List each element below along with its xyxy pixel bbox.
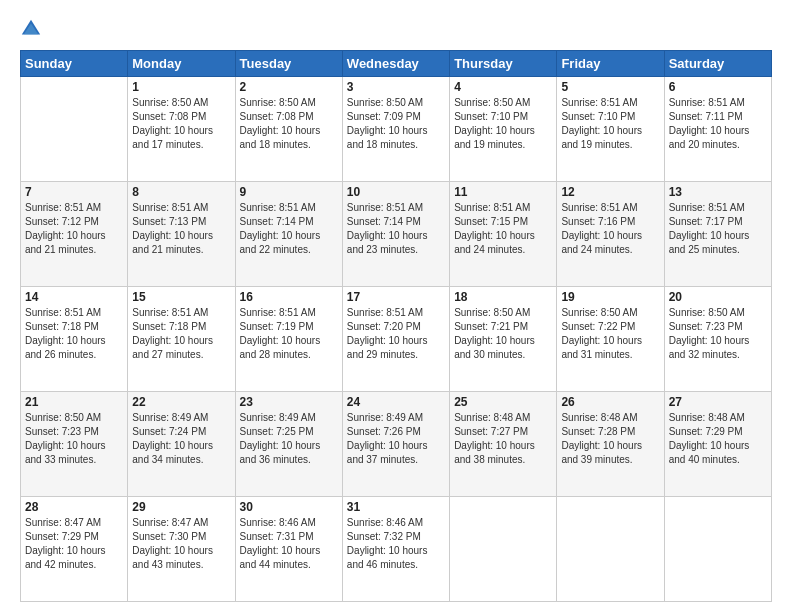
day-info: Sunrise: 8:49 AM Sunset: 7:25 PM Dayligh… — [240, 411, 338, 467]
day-number: 6 — [669, 80, 767, 94]
day-info: Sunrise: 8:50 AM Sunset: 7:08 PM Dayligh… — [132, 96, 230, 152]
day-number: 4 — [454, 80, 552, 94]
day-cell: 10Sunrise: 8:51 AM Sunset: 7:14 PM Dayli… — [342, 182, 449, 287]
day-info: Sunrise: 8:51 AM Sunset: 7:13 PM Dayligh… — [132, 201, 230, 257]
week-row-0: 1Sunrise: 8:50 AM Sunset: 7:08 PM Daylig… — [21, 77, 772, 182]
weekday-header-monday: Monday — [128, 51, 235, 77]
day-cell: 4Sunrise: 8:50 AM Sunset: 7:10 PM Daylig… — [450, 77, 557, 182]
day-info: Sunrise: 8:46 AM Sunset: 7:32 PM Dayligh… — [347, 516, 445, 572]
day-number: 13 — [669, 185, 767, 199]
day-cell — [21, 77, 128, 182]
day-cell: 19Sunrise: 8:50 AM Sunset: 7:22 PM Dayli… — [557, 287, 664, 392]
day-cell: 25Sunrise: 8:48 AM Sunset: 7:27 PM Dayli… — [450, 392, 557, 497]
day-number: 3 — [347, 80, 445, 94]
day-number: 31 — [347, 500, 445, 514]
day-info: Sunrise: 8:51 AM Sunset: 7:20 PM Dayligh… — [347, 306, 445, 362]
day-number: 23 — [240, 395, 338, 409]
day-info: Sunrise: 8:50 AM Sunset: 7:23 PM Dayligh… — [669, 306, 767, 362]
day-info: Sunrise: 8:51 AM Sunset: 7:18 PM Dayligh… — [132, 306, 230, 362]
day-number: 20 — [669, 290, 767, 304]
day-info: Sunrise: 8:46 AM Sunset: 7:31 PM Dayligh… — [240, 516, 338, 572]
day-cell — [450, 497, 557, 602]
day-cell: 11Sunrise: 8:51 AM Sunset: 7:15 PM Dayli… — [450, 182, 557, 287]
day-info: Sunrise: 8:48 AM Sunset: 7:27 PM Dayligh… — [454, 411, 552, 467]
day-cell: 14Sunrise: 8:51 AM Sunset: 7:18 PM Dayli… — [21, 287, 128, 392]
day-number: 18 — [454, 290, 552, 304]
day-cell — [664, 497, 771, 602]
day-number: 22 — [132, 395, 230, 409]
day-number: 9 — [240, 185, 338, 199]
day-number: 29 — [132, 500, 230, 514]
day-info: Sunrise: 8:50 AM Sunset: 7:21 PM Dayligh… — [454, 306, 552, 362]
day-number: 14 — [25, 290, 123, 304]
day-cell: 20Sunrise: 8:50 AM Sunset: 7:23 PM Dayli… — [664, 287, 771, 392]
day-info: Sunrise: 8:51 AM Sunset: 7:19 PM Dayligh… — [240, 306, 338, 362]
logo-icon — [20, 18, 42, 40]
day-cell — [557, 497, 664, 602]
weekday-header-saturday: Saturday — [664, 51, 771, 77]
weekday-header-tuesday: Tuesday — [235, 51, 342, 77]
day-info: Sunrise: 8:48 AM Sunset: 7:28 PM Dayligh… — [561, 411, 659, 467]
day-number: 1 — [132, 80, 230, 94]
day-info: Sunrise: 8:50 AM Sunset: 7:22 PM Dayligh… — [561, 306, 659, 362]
day-info: Sunrise: 8:49 AM Sunset: 7:26 PM Dayligh… — [347, 411, 445, 467]
page: SundayMondayTuesdayWednesdayThursdayFrid… — [0, 0, 792, 612]
day-number: 10 — [347, 185, 445, 199]
day-cell: 17Sunrise: 8:51 AM Sunset: 7:20 PM Dayli… — [342, 287, 449, 392]
day-cell: 29Sunrise: 8:47 AM Sunset: 7:30 PM Dayli… — [128, 497, 235, 602]
day-cell: 16Sunrise: 8:51 AM Sunset: 7:19 PM Dayli… — [235, 287, 342, 392]
weekday-header-wednesday: Wednesday — [342, 51, 449, 77]
day-info: Sunrise: 8:51 AM Sunset: 7:16 PM Dayligh… — [561, 201, 659, 257]
day-cell: 9Sunrise: 8:51 AM Sunset: 7:14 PM Daylig… — [235, 182, 342, 287]
day-cell: 8Sunrise: 8:51 AM Sunset: 7:13 PM Daylig… — [128, 182, 235, 287]
day-info: Sunrise: 8:50 AM Sunset: 7:23 PM Dayligh… — [25, 411, 123, 467]
day-cell: 3Sunrise: 8:50 AM Sunset: 7:09 PM Daylig… — [342, 77, 449, 182]
day-number: 11 — [454, 185, 552, 199]
day-cell: 6Sunrise: 8:51 AM Sunset: 7:11 PM Daylig… — [664, 77, 771, 182]
day-number: 17 — [347, 290, 445, 304]
day-number: 12 — [561, 185, 659, 199]
day-cell: 31Sunrise: 8:46 AM Sunset: 7:32 PM Dayli… — [342, 497, 449, 602]
day-cell: 21Sunrise: 8:50 AM Sunset: 7:23 PM Dayli… — [21, 392, 128, 497]
day-cell: 15Sunrise: 8:51 AM Sunset: 7:18 PM Dayli… — [128, 287, 235, 392]
day-cell: 7Sunrise: 8:51 AM Sunset: 7:12 PM Daylig… — [21, 182, 128, 287]
header — [20, 18, 772, 40]
day-number: 19 — [561, 290, 659, 304]
day-cell: 24Sunrise: 8:49 AM Sunset: 7:26 PM Dayli… — [342, 392, 449, 497]
day-cell: 1Sunrise: 8:50 AM Sunset: 7:08 PM Daylig… — [128, 77, 235, 182]
weekday-header-friday: Friday — [557, 51, 664, 77]
logo — [20, 18, 46, 40]
day-number: 27 — [669, 395, 767, 409]
day-cell: 12Sunrise: 8:51 AM Sunset: 7:16 PM Dayli… — [557, 182, 664, 287]
day-number: 28 — [25, 500, 123, 514]
day-cell: 18Sunrise: 8:50 AM Sunset: 7:21 PM Dayli… — [450, 287, 557, 392]
day-info: Sunrise: 8:51 AM Sunset: 7:12 PM Dayligh… — [25, 201, 123, 257]
week-row-1: 7Sunrise: 8:51 AM Sunset: 7:12 PM Daylig… — [21, 182, 772, 287]
weekday-header-row: SundayMondayTuesdayWednesdayThursdayFrid… — [21, 51, 772, 77]
day-cell: 30Sunrise: 8:46 AM Sunset: 7:31 PM Dayli… — [235, 497, 342, 602]
day-cell: 26Sunrise: 8:48 AM Sunset: 7:28 PM Dayli… — [557, 392, 664, 497]
day-cell: 22Sunrise: 8:49 AM Sunset: 7:24 PM Dayli… — [128, 392, 235, 497]
day-number: 26 — [561, 395, 659, 409]
day-info: Sunrise: 8:47 AM Sunset: 7:30 PM Dayligh… — [132, 516, 230, 572]
day-number: 8 — [132, 185, 230, 199]
day-number: 2 — [240, 80, 338, 94]
day-info: Sunrise: 8:51 AM Sunset: 7:11 PM Dayligh… — [669, 96, 767, 152]
day-number: 21 — [25, 395, 123, 409]
day-info: Sunrise: 8:51 AM Sunset: 7:10 PM Dayligh… — [561, 96, 659, 152]
day-number: 30 — [240, 500, 338, 514]
week-row-3: 21Sunrise: 8:50 AM Sunset: 7:23 PM Dayli… — [21, 392, 772, 497]
day-number: 25 — [454, 395, 552, 409]
week-row-4: 28Sunrise: 8:47 AM Sunset: 7:29 PM Dayli… — [21, 497, 772, 602]
week-row-2: 14Sunrise: 8:51 AM Sunset: 7:18 PM Dayli… — [21, 287, 772, 392]
day-info: Sunrise: 8:48 AM Sunset: 7:29 PM Dayligh… — [669, 411, 767, 467]
day-info: Sunrise: 8:51 AM Sunset: 7:17 PM Dayligh… — [669, 201, 767, 257]
day-info: Sunrise: 8:50 AM Sunset: 7:10 PM Dayligh… — [454, 96, 552, 152]
day-info: Sunrise: 8:50 AM Sunset: 7:08 PM Dayligh… — [240, 96, 338, 152]
day-number: 5 — [561, 80, 659, 94]
calendar-table: SundayMondayTuesdayWednesdayThursdayFrid… — [20, 50, 772, 602]
day-cell: 28Sunrise: 8:47 AM Sunset: 7:29 PM Dayli… — [21, 497, 128, 602]
day-cell: 2Sunrise: 8:50 AM Sunset: 7:08 PM Daylig… — [235, 77, 342, 182]
day-info: Sunrise: 8:49 AM Sunset: 7:24 PM Dayligh… — [132, 411, 230, 467]
day-number: 7 — [25, 185, 123, 199]
